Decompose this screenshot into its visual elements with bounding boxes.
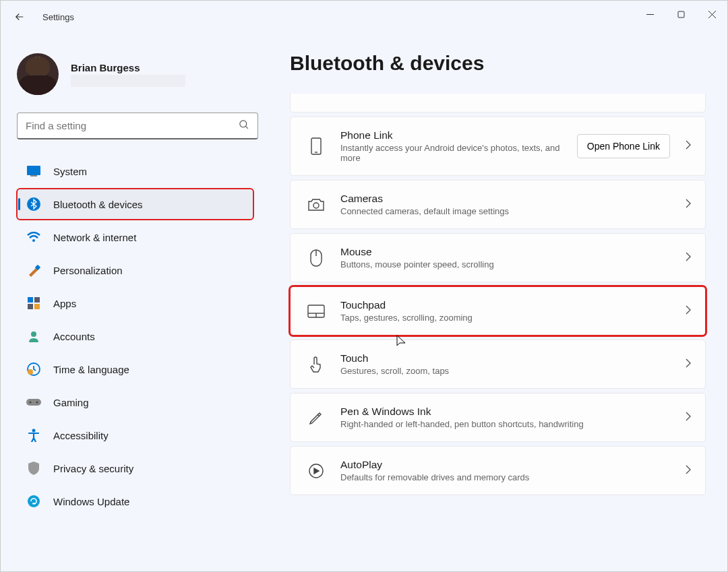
- pen-icon: [307, 410, 326, 426]
- gamepad-icon: [26, 395, 41, 410]
- chevron-right-icon: [685, 464, 692, 478]
- sidebar-item-label: Accounts: [53, 331, 95, 342]
- sidebar-item-label: Privacy & security: [53, 463, 133, 474]
- chevron-right-icon: [685, 358, 692, 371]
- card-title: Touchpad: [340, 299, 670, 311]
- settings-card-phone-link[interactable]: Phone Link Instantly access your Android…: [290, 117, 706, 176]
- settings-card-pen[interactable]: Pen & Windows Ink Right-handed or left-h…: [290, 393, 706, 442]
- svg-point-22: [28, 495, 40, 507]
- system-icon: [26, 164, 41, 179]
- shield-icon: [26, 461, 41, 476]
- sidebar-item-label: Bluetooth & devices: [53, 199, 143, 210]
- svg-rect-11: [28, 297, 33, 303]
- svg-line-5: [246, 127, 248, 129]
- sidebar-item-label: Personalization: [53, 265, 123, 276]
- mouse-icon: [307, 249, 326, 267]
- sidebar-item-label: System: [53, 166, 87, 177]
- sidebar-item-personalization[interactable]: Personalization: [17, 255, 253, 286]
- card-title: Pen & Windows Ink: [340, 406, 670, 418]
- svg-rect-14: [34, 304, 40, 309]
- card-subtitle: Right-handed or left-handed, pen button …: [340, 419, 670, 429]
- profile-name: Brian Burgess: [71, 62, 185, 73]
- update-icon: [26, 494, 41, 509]
- open-phone-link-button[interactable]: Open Phone Link: [577, 134, 670, 158]
- brush-icon: [26, 263, 41, 278]
- card-subtitle: Buttons, mouse pointer speed, scrolling: [340, 259, 670, 269]
- card-title: Touch: [340, 352, 670, 364]
- settings-card-touchpad[interactable]: Touchpad Taps, gestures, scrolling, zoom…: [290, 286, 706, 336]
- sidebar-item-accounts[interactable]: Accounts: [17, 321, 253, 352]
- close-button[interactable]: [696, 1, 727, 28]
- svg-point-21: [32, 429, 36, 433]
- person-icon: [26, 329, 41, 344]
- svg-point-15: [31, 331, 36, 337]
- app-title: Settings: [42, 12, 74, 22]
- card-subtitle: Taps, gestures, scrolling, zooming: [340, 313, 670, 323]
- svg-rect-12: [34, 297, 40, 303]
- card-title: AutoPlay: [340, 459, 670, 471]
- sidebar-item-label: Accessibility: [53, 430, 109, 441]
- sidebar-item-label: Time & language: [53, 364, 129, 375]
- svg-rect-7: [30, 175, 37, 177]
- search-input[interactable]: [26, 120, 238, 131]
- sidebar-item-accessibility[interactable]: Accessibility: [17, 420, 253, 451]
- page-title: Bluetooth & devices: [290, 52, 706, 75]
- minimize-button[interactable]: [634, 1, 665, 28]
- settings-card-touch[interactable]: Touch Gestures, scroll, zoom, taps: [290, 340, 706, 389]
- sidebar-item-label: Windows Update: [53, 496, 129, 507]
- search-icon: [238, 119, 249, 133]
- touchpad-icon: [307, 305, 326, 318]
- sidebar-item-time[interactable]: Time & language: [17, 354, 253, 385]
- camera-icon: [307, 197, 326, 212]
- svg-point-19: [30, 402, 32, 404]
- card-subtitle: Connected cameras, default image setting…: [340, 206, 670, 216]
- svg-point-4: [240, 121, 247, 127]
- search-box[interactable]: [17, 113, 258, 139]
- touch-icon: [307, 356, 326, 373]
- settings-card-cameras[interactable]: Cameras Connected cameras, default image…: [290, 180, 706, 229]
- sidebar-item-bluetooth[interactable]: Bluetooth & devices: [17, 189, 253, 220]
- sidebar-item-gaming[interactable]: Gaming: [17, 387, 253, 418]
- sidebar-item-update[interactable]: Windows Update: [17, 486, 253, 517]
- phone-icon: [307, 137, 326, 155]
- avatar: [17, 53, 59, 95]
- card-title: Phone Link: [340, 129, 562, 141]
- card-subtitle: Instantly access your Android device's p…: [340, 143, 562, 163]
- clock-globe-icon: [26, 362, 41, 377]
- chevron-right-icon: [685, 411, 692, 424]
- wifi-icon: [26, 230, 41, 245]
- sidebar-item-apps[interactable]: Apps: [17, 288, 253, 319]
- maximize-button[interactable]: [665, 1, 696, 28]
- sidebar-item-label: Network & internet: [53, 232, 136, 243]
- sidebar-item-label: Apps: [53, 298, 76, 309]
- settings-card-mouse[interactable]: Mouse Buttons, mouse pointer speed, scro…: [290, 233, 706, 282]
- autoplay-icon: [307, 463, 326, 479]
- chevron-right-icon: [685, 139, 692, 153]
- profile-email-redacted: [71, 75, 185, 87]
- back-button[interactable]: [10, 7, 29, 26]
- card-title: Cameras: [340, 193, 670, 205]
- accessibility-icon: [26, 428, 41, 443]
- profile-block[interactable]: Brian Burgess: [17, 53, 253, 95]
- sidebar-item-network[interactable]: Network & internet: [17, 222, 253, 253]
- settings-card-autoplay[interactable]: AutoPlay Defaults for removable drives a…: [290, 446, 706, 495]
- svg-point-25: [313, 203, 319, 208]
- svg-rect-1: [678, 11, 684, 18]
- sidebar-item-system[interactable]: System: [17, 156, 253, 187]
- settings-card-partial[interactable]: [290, 94, 706, 113]
- svg-rect-6: [27, 166, 40, 175]
- chevron-right-icon: [685, 198, 692, 212]
- svg-rect-13: [28, 304, 33, 309]
- card-subtitle: Defaults for removable drives and memory…: [340, 472, 670, 482]
- svg-rect-18: [26, 399, 41, 406]
- apps-icon: [26, 296, 41, 311]
- chevron-right-icon: [685, 305, 692, 318]
- card-title: Mouse: [340, 246, 670, 258]
- chevron-right-icon: [685, 251, 692, 265]
- svg-point-17: [28, 369, 33, 375]
- bluetooth-icon: [26, 197, 41, 212]
- card-subtitle: Gestures, scroll, zoom, taps: [340, 366, 670, 376]
- svg-point-20: [36, 402, 38, 404]
- sidebar-item-privacy[interactable]: Privacy & security: [17, 453, 253, 484]
- svg-point-9: [32, 239, 35, 242]
